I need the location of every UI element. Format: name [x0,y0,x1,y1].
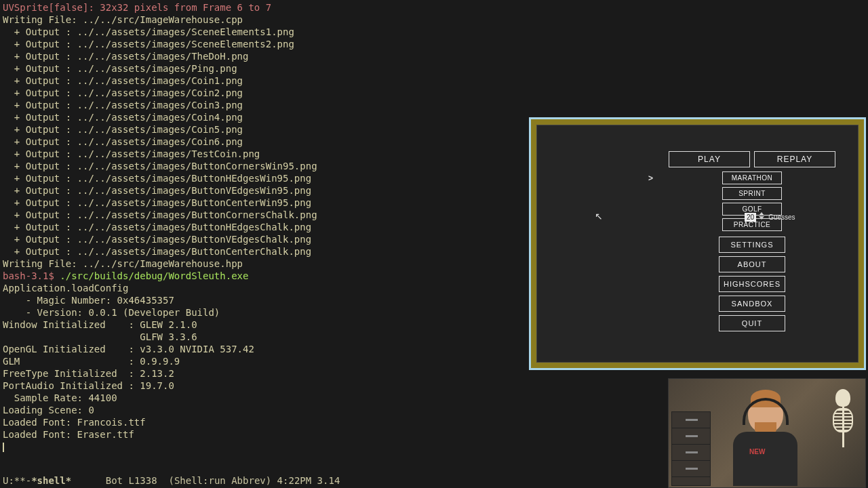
chevron-down-icon[interactable] [759,216,764,220]
log-line: + Output : ../../assets/images/TheDoH.pn… [3,51,248,62]
log-line: + Output : ../../assets/images/ButtonCen… [3,246,311,257]
modeline-info: Bot L1338 (Shell:run Abbrev) 4:22PM 3.14 [71,475,340,486]
log-line: + Output : ../../assets/images/Coin3.png [3,100,243,110]
log-line: PortAudio Initialized : 19.7.0 [3,380,174,391]
log-line: - Magic Number: 0x46435357 [3,295,174,306]
marathon-button[interactable]: MARATHON [722,171,782,184]
settings-button[interactable]: SETTINGS [719,237,785,253]
log-line: UVSprite[false]: 32x32 pixels from Frame… [3,2,271,13]
log-line: + Output : ../../assets/images/ButtonHEd… [3,173,311,184]
shirt-text: NEW [749,448,765,455]
log-line: GLFW 3.3.6 [3,331,197,342]
shell-prompt: bash-3.1$ [3,270,60,281]
log-line: + Output : ../../assets/images/ButtonCor… [3,209,317,220]
log-line: GLM : 0.9.9.9 [3,356,180,367]
log-line: Loaded Font: Eraser.ttf [3,429,134,440]
log-line: + Output : ../../assets/images/ButtonCen… [3,197,311,208]
selection-caret-icon: > [648,174,653,183]
guesses-value[interactable]: 20 [745,213,756,222]
person: NEW [733,394,797,487]
text-cursor [3,443,4,452]
log-line: + Output : ../../assets/images/Ping.png [3,63,237,74]
log-line: Window Initialized : GLEW 2.1.0 [3,319,197,330]
chevron-up-icon[interactable] [759,212,764,216]
log-line: Writing File: ../../src/ImageWarehouse.h… [3,258,243,269]
log-line: Loaded Font: Francois.ttf [3,417,146,428]
webcam-feed: NEW [668,378,866,488]
play-button[interactable]: PLAY [669,151,750,167]
sandbox-button[interactable]: SANDBOX [719,296,785,312]
game-window: ↖ PLAY REPLAY > MARATHON SPRINT GOLF PRA… [529,117,866,370]
game-canvas[interactable]: ↖ PLAY REPLAY > MARATHON SPRINT GOLF PRA… [536,125,859,363]
highscores-button[interactable]: HIGHSCORES [719,276,785,292]
log-line: OpenGL Initialized : v3.3.0 NVIDIA 537.4… [3,344,254,354]
log-line: + Output : ../../assets/images/Coin4.png [3,112,243,123]
log-line: + Output : ../../assets/images/ButtonVEd… [3,185,311,196]
log-line: + Output : ../../assets/images/Coin2.png [3,87,243,98]
log-line: Loading Scene: 0 [3,405,94,415]
log-line: + Output : ../../assets/images/SceneElem… [3,26,294,37]
game-mouse-cursor: ↖ [595,211,603,222]
skeleton-prop [826,389,860,484]
cabinet [671,411,711,486]
log-line: Writing File: ../../src/ImageWarehouse.c… [3,14,243,25]
guesses-spinner[interactable] [759,212,766,222]
replay-button[interactable]: REPLAY [754,151,835,167]
modeline-buffer: *shell* [31,475,71,486]
log-line: FreeType Initialized : 2.13.2 [3,368,174,379]
log-line: + Output : ../../assets/images/Coin6.png [3,136,243,147]
quit-button[interactable]: QUIT [719,315,785,331]
log-line: Application.loadConfig [3,283,128,293]
log-line: Sample Rate: 44100 [3,392,117,403]
log-line: + Output : ../../assets/images/ButtonHEd… [3,222,311,232]
log-line: + Output : ../../assets/images/Coin1.png [3,75,243,86]
log-line: + Output : ../../assets/images/SceneElem… [3,39,294,49]
log-line: - Version: 0.0.1 (Developer Build) [3,307,220,318]
log-line: + Output : ../../assets/images/TestCoin.… [3,148,260,159]
modeline-status: U:**- [3,475,31,486]
shell-command: ./src/builds/debug/WordSleuth.exe [60,270,248,281]
guesses-label: Guesses [768,214,795,221]
about-button[interactable]: ABOUT [719,256,785,272]
headset-icon [743,398,789,425]
log-line: + Output : ../../assets/images/ButtonVEd… [3,234,311,245]
guesses-control: 20 Guesses [745,212,795,222]
log-line: + Output : ../../assets/images/Coin5.png [3,124,243,135]
sprint-button[interactable]: SPRINT [722,187,782,200]
log-line: + Output : ../../assets/images/ButtonCor… [3,161,317,171]
